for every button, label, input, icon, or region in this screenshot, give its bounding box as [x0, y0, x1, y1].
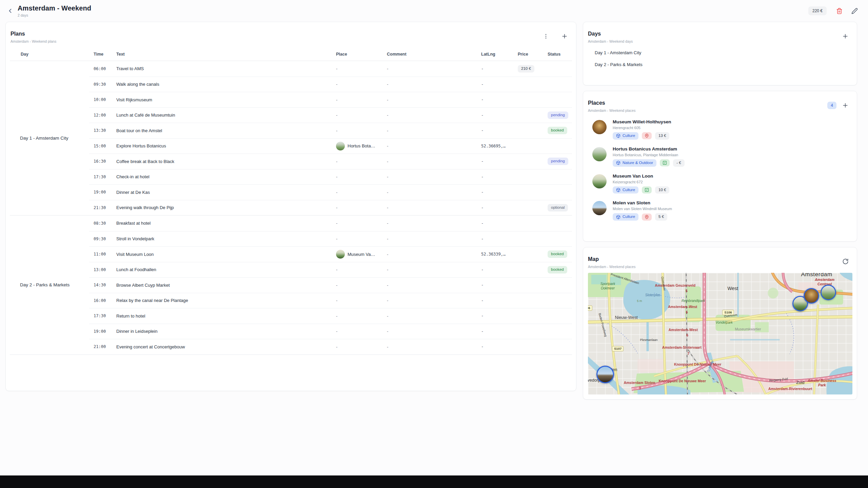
- plan-row[interactable]: 17:30Check-in at hotel---: [89, 169, 572, 185]
- map-subtitle: Amsterdam - Weekend places: [588, 265, 635, 269]
- plan-cell-place: -: [334, 97, 385, 102]
- plan-cell-latlng: -: [479, 128, 516, 133]
- category-label: Culture: [623, 134, 635, 138]
- plan-row[interactable]: 16:30Coffee break at Back to Black---pen…: [89, 154, 572, 169]
- place-name: Molen van Sloten: [613, 200, 672, 205]
- plan-cell-text: Lunch at Café de Museumtuin: [114, 113, 334, 118]
- plan-cell-text: Visit Rijksmuseum: [114, 97, 334, 102]
- plan-row[interactable]: 14:30Browse Albert Cuyp Market---: [89, 277, 572, 293]
- plan-cell-place: -: [334, 236, 385, 241]
- place-name: Museum Willet-Holthuysen: [613, 119, 671, 124]
- delete-trip-button[interactable]: [834, 6, 845, 16]
- map-place-marker[interactable]: [596, 366, 614, 383]
- plan-row[interactable]: 06:00Travel to AMS---210 €: [89, 61, 572, 77]
- place-list-item[interactable]: Hortus Botanicus AmsterdamHortus Botanic…: [583, 143, 857, 170]
- plan-row[interactable]: 09:30Stroll in Vondelpark---: [89, 231, 572, 247]
- plan-cell-status: optional: [546, 204, 572, 211]
- add-place-button[interactable]: [840, 100, 851, 111]
- plan-cell-text: Stroll in Vondelpark: [114, 236, 334, 241]
- plan-cell-time: 13:00: [89, 267, 114, 272]
- box-icon: [616, 134, 620, 138]
- plan-row[interactable]: 15:00Explore Hortus BotanicusHortus Bota…: [89, 138, 572, 154]
- plan-row[interactable]: 21:30Evening walk through De Pijp---opti…: [89, 200, 572, 216]
- edit-trip-button[interactable]: [849, 6, 860, 16]
- day-list-item[interactable]: Day 2 - Parks & Markets: [588, 59, 852, 70]
- plan-row[interactable]: 19:00Dinner at De Kas---: [89, 184, 572, 200]
- plan-cell-latlng: -: [479, 283, 516, 287]
- add-day-button[interactable]: [840, 31, 851, 42]
- plan-row[interactable]: 12:00Lunch at Café de Museumtuin---pendi…: [89, 107, 572, 123]
- plan-cell-status: pending: [546, 111, 572, 119]
- plan-cell-place: -: [334, 267, 385, 272]
- category-label: Culture: [623, 188, 635, 192]
- plan-cell-latlng: -: [479, 221, 516, 226]
- map-canvas[interactable]: AmsterdamAmsterdam CentraalSportpark Ook…: [588, 273, 852, 394]
- back-button[interactable]: [5, 5, 16, 16]
- plan-cell-price: 210 €: [516, 65, 546, 73]
- plans-menu-button[interactable]: [541, 31, 551, 41]
- plan-row[interactable]: 08:30Breakfast at hotel---: [89, 216, 572, 231]
- plan-row[interactable]: 17:30Return to hotel---: [89, 308, 572, 324]
- plan-cell-comment: -: [385, 252, 479, 257]
- plan-cell-place: Museum Va…: [334, 250, 385, 259]
- plan-cell-comment: -: [385, 97, 479, 102]
- plan-cell-comment: -: [385, 236, 479, 241]
- status-badge: pending: [548, 111, 568, 119]
- plan-row[interactable]: 10:00Visit Rijksmuseum---: [89, 92, 572, 107]
- plan-cell-time: 08:30: [89, 221, 114, 226]
- map-refresh-button[interactable]: [840, 256, 851, 267]
- plan-cell-comment: -: [385, 267, 479, 272]
- plan-cell-text: Travel to AMS: [114, 66, 334, 71]
- plan-cell-text: Evening concert at Concertgebouw: [114, 344, 334, 349]
- box-icon: [616, 161, 620, 165]
- map-place-marker[interactable]: [821, 285, 836, 300]
- category-badge: Culture: [613, 132, 638, 140]
- plan-row[interactable]: 21:00Evening concert at Concertgebouw---: [89, 339, 572, 354]
- day-list-item[interactable]: Day 1 - Amsterdam City: [588, 47, 852, 59]
- plan-day-group: Day 2 - Parks & Markets08:30Breakfast at…: [10, 215, 572, 354]
- place-name: Hortus Botanicus Amsterdam: [613, 146, 685, 151]
- plan-row[interactable]: 19:00Dinner in Leidseplein---: [89, 324, 572, 339]
- plan-row[interactable]: 13:30Boat tour on the Amstel---booked: [89, 123, 572, 138]
- plan-row[interactable]: 09:30Walk along the canals---: [89, 77, 572, 92]
- map-pin-icon: [645, 134, 649, 138]
- place-list-item[interactable]: Museum Willet-HolthuysenHerengracht 605C…: [583, 116, 857, 143]
- plan-cell-place: -: [334, 283, 385, 288]
- trip-total-price-badge: 220 €: [808, 6, 827, 15]
- plan-cell-place: -: [334, 344, 385, 349]
- check-square-icon: [663, 161, 667, 165]
- plans-title: Plans: [11, 31, 56, 37]
- plan-cell-status: booked: [546, 266, 572, 273]
- category-badge: Nature & Outdoor: [613, 159, 656, 167]
- days-title: Days: [588, 31, 633, 37]
- column-header-text: Text: [114, 49, 334, 61]
- plan-cell-text: Evening walk through De Pijp: [114, 205, 334, 210]
- plan-cell-text: Dinner in Leidseplein: [114, 329, 334, 334]
- plan-row[interactable]: 13:00Lunch at Foodhallen---booked: [89, 262, 572, 278]
- plan-row[interactable]: 16:00Relax by the canal near De Plantage…: [89, 293, 572, 308]
- plan-cell-time: 19:00: [89, 190, 114, 195]
- map-pin-badge: [642, 214, 652, 221]
- plan-cell-place: -: [334, 159, 385, 164]
- place-address: Herengracht 605: [613, 126, 671, 130]
- check-badge: [642, 186, 652, 194]
- plan-cell-place: -: [334, 82, 385, 87]
- column-header-time: Time: [89, 49, 114, 61]
- add-plan-button[interactable]: [559, 31, 570, 42]
- plan-cell-latlng: -: [479, 113, 516, 118]
- plan-cell-time: 15:00: [89, 144, 114, 148]
- place-list-item[interactable]: Museum Van LoonKeizersgracht 672Culture1…: [583, 170, 857, 197]
- plan-cell-latlng: -: [479, 298, 516, 303]
- place-address: Molen van Sloten Windmill Museum: [613, 207, 672, 211]
- plan-row[interactable]: 11:00Visit Museum LoonMuseum Va…-52.3633…: [89, 246, 572, 262]
- plan-cell-latlng: -: [479, 237, 516, 241]
- map-place-marker[interactable]: [804, 288, 819, 304]
- plan-cell-latlng: -: [479, 190, 516, 195]
- place-price-badge: 5 €: [655, 213, 667, 221]
- column-header-status: Status: [546, 49, 572, 61]
- plan-cell-comment: -: [385, 313, 479, 319]
- place-address: Hortus Botanicus, Plantage Middenlaan: [613, 153, 685, 157]
- column-header-day: Day: [10, 49, 89, 61]
- chevron-left-icon: [7, 7, 14, 14]
- place-list-item[interactable]: Molen van SlotenMolen van Sloten Windmil…: [583, 197, 857, 224]
